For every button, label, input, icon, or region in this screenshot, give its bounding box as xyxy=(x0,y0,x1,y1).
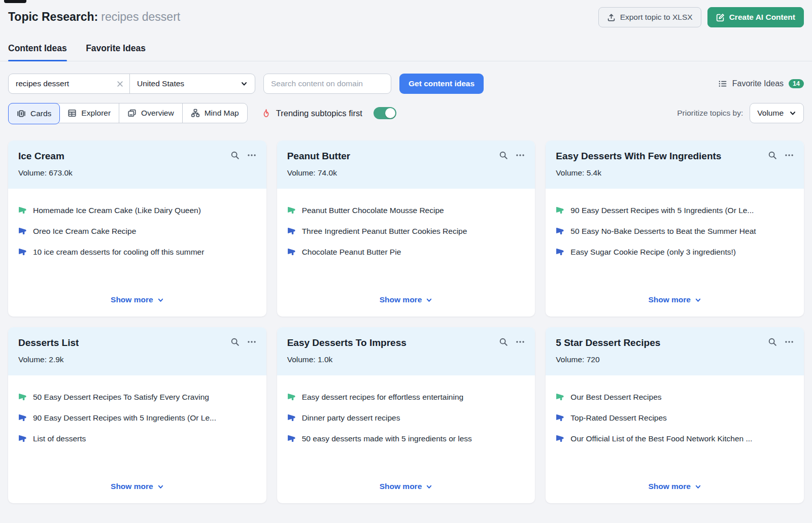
trending-subtopics-toggle[interactable] xyxy=(374,107,396,119)
clear-icon[interactable] xyxy=(117,81,123,87)
card-actions xyxy=(230,151,256,160)
show-more-label: Show more xyxy=(380,295,422,304)
search-icon[interactable] xyxy=(230,337,240,346)
chevron-down-icon xyxy=(695,297,701,303)
domain-search-placeholder: Search content on domain xyxy=(271,79,363,88)
export-xlsx-button[interactable]: Export topic to XLSX xyxy=(598,7,701,27)
prioritize-label: Prioritize topics by: xyxy=(677,109,743,118)
topic-card-header: Easy Desserts With Few Ingredients Volum… xyxy=(546,141,804,189)
headline-item[interactable]: Peanut Butter Chocolate Mousse Recipe xyxy=(287,205,525,216)
headline-item[interactable]: 10 ice cream desserts for cooling off th… xyxy=(18,247,256,257)
search-icon[interactable] xyxy=(768,337,777,346)
card-items: Easy dessert recipes for effortless ente… xyxy=(277,375,535,503)
top-bar: Topic Research:recipes dessert Export to… xyxy=(0,0,812,27)
headline-item[interactable]: Easy dessert recipes for effortless ente… xyxy=(287,392,525,402)
headline-item[interactable]: 90 Easy Dessert Recipes with 5 Ingredien… xyxy=(18,413,256,423)
view-tab-explorer[interactable]: Explorer xyxy=(59,103,119,123)
card-volume: Volume: 2.9k xyxy=(18,355,256,364)
headline-text: Dinner party dessert recipes xyxy=(302,413,400,423)
card-title: Easy Desserts With Few Ingredients xyxy=(556,151,721,162)
create-ai-content-button[interactable]: Create AI Content xyxy=(707,7,804,27)
get-content-ideas-label: Get content ideas xyxy=(409,79,475,88)
show-more-button[interactable]: Show more xyxy=(648,295,701,317)
headline-item[interactable]: Dinner party dessert recipes xyxy=(287,413,525,423)
headline-item[interactable]: Three Ingredient Peanut Butter Cookies R… xyxy=(287,226,525,236)
country-select[interactable]: United States xyxy=(130,74,255,93)
show-more-button[interactable]: Show more xyxy=(380,295,433,317)
megaphone-icon xyxy=(18,227,27,235)
list-icon xyxy=(718,79,727,88)
view-tab-overview-label: Overview xyxy=(141,109,174,118)
show-more-label: Show more xyxy=(111,482,153,491)
headline-text: Top-Rated Dessert Recipes xyxy=(570,413,667,423)
headline-item[interactable]: Easy Sugar Cookie Recipe (only 3 ingredi… xyxy=(556,247,794,257)
mindmap-view-icon xyxy=(191,109,200,118)
show-more-button[interactable]: Show more xyxy=(380,482,433,503)
topic-card: Ice Cream Volume: 673.0k xyxy=(8,141,266,317)
card-volume: Volume: 5.4k xyxy=(556,168,794,178)
search-icon[interactable] xyxy=(499,337,508,346)
headline-item[interactable]: 50 Easy Dessert Recipes To Satisfy Every… xyxy=(18,392,256,402)
more-options-icon[interactable] xyxy=(785,151,794,160)
show-more-label: Show more xyxy=(380,482,422,491)
megaphone-icon xyxy=(287,206,296,215)
headline-item[interactable]: Oreo Ice Cream Cake Recipe xyxy=(18,226,256,236)
domain-search-input[interactable]: Search content on domain xyxy=(263,74,391,94)
view-tab-cards[interactable]: Cards xyxy=(8,103,60,124)
headline-item[interactable]: Homemade Ice Cream Cake (Like Dairy Quee… xyxy=(18,205,256,216)
prioritize-select[interactable]: Volume xyxy=(750,103,804,123)
megaphone-icon xyxy=(18,206,27,215)
headline-item[interactable]: Top-Rated Dessert Recipes xyxy=(556,413,794,423)
more-options-icon[interactable] xyxy=(516,337,525,346)
show-more-button[interactable]: Show more xyxy=(111,482,164,503)
tab-favorite-ideas[interactable]: Favorite Ideas xyxy=(86,43,146,61)
topic-card: Easy Desserts With Few Ingredients Volum… xyxy=(546,141,804,317)
headline-item[interactable]: 50 easy desserts made with 5 ingredients… xyxy=(287,434,525,444)
headline-item[interactable]: 50 Easy No-Bake Desserts to Beat the Sum… xyxy=(556,226,794,236)
headline-text: Three Ingredient Peanut Butter Cookies R… xyxy=(302,226,467,236)
headline-text: Chocolate Peanut Butter Pie xyxy=(302,247,401,257)
headline-text: 90 Easy Dessert Recipes with 5 Ingredien… xyxy=(33,413,216,423)
export-xlsx-label: Export topic to XLSX xyxy=(620,13,693,22)
cards-view-icon xyxy=(17,109,26,118)
headline-text: 10 ice cream desserts for cooling off th… xyxy=(33,247,204,257)
show-more-button[interactable]: Show more xyxy=(111,295,164,317)
headline-text: Easy dessert recipes for effortless ente… xyxy=(302,392,463,402)
top-actions: Export topic to XLSX Create AI Content xyxy=(598,7,804,27)
trending-subtopics-control: Trending subtopics first xyxy=(261,107,396,119)
headline-item[interactable]: Our Best Dessert Recipes xyxy=(556,392,794,402)
show-more-button[interactable]: Show more xyxy=(648,482,701,503)
headline-item[interactable]: 90 Easy Dessert Recipes with 5 Ingredien… xyxy=(556,205,794,216)
card-actions xyxy=(768,337,794,346)
card-actions xyxy=(230,337,256,346)
headline-text: Easy Sugar Cookie Recipe (only 3 ingredi… xyxy=(570,247,736,257)
upload-icon xyxy=(607,13,616,22)
search-icon[interactable] xyxy=(768,151,777,160)
more-options-icon[interactable] xyxy=(247,337,256,346)
headline-text: Oreo Ice Cream Cake Recipe xyxy=(33,226,136,236)
tab-content-ideas[interactable]: Content Ideas xyxy=(8,43,67,61)
headline-item[interactable]: Chocolate Peanut Butter Pie xyxy=(287,247,525,257)
topic-card-header: 5 Star Dessert Recipes Volume: 720 xyxy=(546,327,804,375)
topic-search-input[interactable]: recipes dessert xyxy=(9,74,130,93)
more-options-icon[interactable] xyxy=(785,337,794,346)
view-tab-overview[interactable]: Overview xyxy=(119,103,182,123)
search-icon[interactable] xyxy=(499,151,508,160)
view-tab-mindmap[interactable]: Mind Map xyxy=(182,103,247,123)
card-volume: Volume: 673.0k xyxy=(18,168,256,178)
headline-text: 50 Easy Dessert Recipes To Satisfy Every… xyxy=(33,392,209,402)
headline-text: Homemade Ice Cream Cake (Like Dairy Quee… xyxy=(33,205,201,216)
get-content-ideas-button[interactable]: Get content ideas xyxy=(399,74,484,94)
search-icon[interactable] xyxy=(230,151,240,160)
megaphone-icon xyxy=(556,413,564,422)
favorite-ideas-link[interactable]: Favorite Ideas 14 xyxy=(718,79,804,88)
flame-icon xyxy=(261,109,271,118)
prioritize-select-value: Volume xyxy=(757,109,784,118)
headline-item[interactable]: List of desserts xyxy=(18,434,256,444)
more-options-icon[interactable] xyxy=(516,151,525,160)
more-options-icon[interactable] xyxy=(247,151,256,160)
megaphone-icon xyxy=(556,393,564,401)
megaphone-icon xyxy=(287,227,296,235)
headline-item[interactable]: Our Official List of the Best Food Netwo… xyxy=(556,434,794,444)
headline-text: 50 Easy No-Bake Desserts to Beat the Sum… xyxy=(570,226,756,236)
